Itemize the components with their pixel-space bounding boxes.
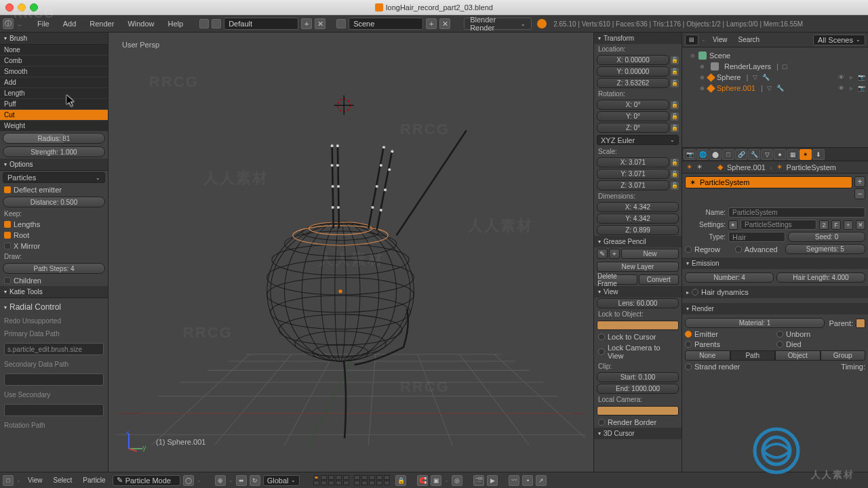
lock-camera-checkbox[interactable]: [598, 348, 605, 355]
snap-target-icon[interactable]: ◎: [452, 475, 462, 486]
menu-help[interactable]: Help: [163, 18, 189, 29]
render-border-checkbox[interactable]: [598, 419, 605, 426]
lock-to-cursor-checkbox[interactable]: [598, 333, 605, 340]
tab-texture[interactable]: ▦: [787, 149, 799, 160]
cursor-icon[interactable]: ▹: [847, 73, 855, 81]
scene-browse-button[interactable]: [336, 19, 346, 28]
grease-pencil-header[interactable]: Grease Pencil: [594, 236, 682, 247]
hair-dynamics-header[interactable]: Hair dynamics: [682, 286, 868, 298]
dim-z-field[interactable]: Z: 0.899: [597, 225, 679, 235]
opengl-anim-icon[interactable]: ▶: [487, 475, 498, 486]
layout-prev-button[interactable]: [199, 19, 209, 28]
close-window-button[interactable]: [5, 3, 14, 12]
ps-name-field[interactable]: ParticleSystem: [728, 207, 865, 218]
select-path-icon[interactable]: 〰: [509, 475, 519, 486]
lock-icon[interactable]: 🔓: [671, 101, 679, 109]
particles-selector[interactable]: Particles⌄: [3, 172, 105, 183]
manipulator-icon[interactable]: ⬌: [236, 475, 247, 486]
view-menu[interactable]: View: [24, 476, 47, 484]
3d-viewport[interactable]: User Persp: [108, 33, 593, 472]
outliner-sphere-item[interactable]: ⊕ Sphere | ▽ 🔧 👁 ▹ 📷: [685, 72, 865, 83]
settings-browse-icon[interactable]: ✶: [728, 220, 738, 230]
secondary-data-path-field[interactable]: [4, 373, 104, 386]
emitter-checkbox[interactable]: [685, 331, 692, 338]
zoom-window-button[interactable]: [30, 3, 38, 12]
ps-seed-field[interactable]: Seed: 0: [788, 232, 865, 242]
segments-field[interactable]: Segments: 5: [785, 244, 865, 254]
camera-icon[interactable]: 📷: [857, 84, 865, 92]
brush-smooth[interactable]: Smooth: [0, 66, 108, 77]
render-engine-selector[interactable]: Blender Render⌄: [464, 18, 532, 30]
render-path-button[interactable]: Path: [730, 350, 776, 361]
select-menu[interactable]: Select: [50, 476, 77, 484]
clip-start-field[interactable]: Start: 0.100: [597, 372, 679, 382]
emitter-distance-slider[interactable]: Distance: 0.500: [3, 197, 105, 207]
brush-add[interactable]: Add: [0, 77, 108, 88]
gp-draw-icon[interactable]: ✎: [597, 249, 608, 259]
path-steps-slider[interactable]: Path Steps: 4: [3, 263, 105, 274]
tab-object[interactable]: □: [722, 149, 734, 160]
tab-render[interactable]: 📷: [684, 149, 696, 160]
tab-particles[interactable]: ✶: [800, 149, 812, 160]
ps-settings-field[interactable]: ParticleSettings: [741, 220, 816, 230]
camera-icon[interactable]: 📷: [857, 73, 865, 81]
delete-layout-button[interactable]: ✕: [315, 18, 326, 29]
add-layout-button[interactable]: +: [301, 18, 312, 29]
lock-icon[interactable]: 🔓: [671, 56, 679, 64]
options-panel-header[interactable]: Options: [0, 159, 108, 171]
location-y-field[interactable]: Y: 0.00000: [597, 66, 669, 77]
location-z-field[interactable]: Z: 3.63262: [597, 78, 669, 88]
lock-icon[interactable]: 🔓: [671, 124, 679, 132]
particle-menu[interactable]: Particle: [79, 476, 109, 484]
primary-data-path-field[interactable]: s.particle_edit.brush.size: [4, 343, 104, 355]
keep-root-checkbox[interactable]: [4, 232, 11, 239]
material-field[interactable]: Material: 1: [685, 318, 825, 328]
x-mirror-checkbox[interactable]: [4, 243, 11, 249]
menu-window[interactable]: Window: [122, 18, 159, 29]
rotation-z-field[interactable]: Z: 0°: [597, 123, 669, 133]
brush-length[interactable]: Length: [0, 88, 108, 99]
cursor-icon[interactable]: ▹: [847, 84, 855, 92]
tab-modifiers[interactable]: 🔧: [748, 149, 760, 160]
keep-lengths-checkbox[interactable]: [4, 221, 11, 228]
rotation-y-field[interactable]: Y: 0°: [597, 111, 669, 121]
minimize-window-button[interactable]: [18, 3, 26, 12]
settings-fake-user-button[interactable]: F: [831, 220, 841, 230]
local-camera-field[interactable]: [597, 406, 679, 415]
brush-panel-header[interactable]: Brush: [0, 33, 108, 45]
gp-convert-button[interactable]: Convert: [639, 274, 679, 285]
parent-object-field[interactable]: [856, 319, 865, 328]
lock-icon[interactable]: 🔓: [671, 113, 679, 121]
select-point-icon[interactable]: •: [522, 475, 533, 486]
gp-delete-frame-button[interactable]: Delete Frame: [597, 274, 637, 285]
tab-physics[interactable]: ⬇: [812, 149, 825, 160]
render-none-button[interactable]: None: [685, 350, 730, 361]
info-editor-icon[interactable]: ⓘ: [3, 18, 14, 29]
emission-number-field[interactable]: Number: 4: [685, 272, 774, 283]
scale-x-field[interactable]: X: 3.071: [597, 157, 669, 167]
outliner-editor-icon[interactable]: ▤: [685, 35, 698, 45]
3d-cursor-header[interactable]: 3D Cursor: [594, 428, 682, 439]
particle-system-slot[interactable]: ✶ParticleSystem: [685, 176, 852, 188]
outliner-scene-item[interactable]: ⊖ Scene: [685, 50, 865, 61]
regrow-checkbox[interactable]: [685, 246, 692, 253]
3d-view-editor-icon[interactable]: □: [3, 475, 14, 486]
outliner-view-menu[interactable]: View: [709, 36, 732, 43]
died-checkbox[interactable]: [776, 341, 783, 348]
dim-y-field[interactable]: Y: 4.342: [597, 214, 679, 224]
delete-scene-button[interactable]: ✕: [439, 18, 450, 29]
outliner-search-menu[interactable]: Search: [734, 36, 764, 43]
scale-z-field[interactable]: Z: 3.071: [597, 180, 669, 190]
remove-particle-system-button[interactable]: −: [854, 188, 865, 199]
use-secondary-field[interactable]: [4, 404, 104, 416]
shading-wireframe-icon[interactable]: ◯: [183, 475, 194, 486]
menu-add[interactable]: Add: [58, 18, 82, 29]
transform-panel-header[interactable]: Transform: [594, 33, 682, 44]
settings-unlink-button[interactable]: ✕: [856, 220, 865, 230]
brush-strength-slider[interactable]: Strength: 1.000: [3, 146, 105, 157]
settings-add-button[interactable]: +: [844, 220, 853, 230]
tab-scene[interactable]: 🌐: [696, 149, 709, 160]
mode-selector[interactable]: ✎Particle Mode: [113, 475, 180, 486]
pivot-icon[interactable]: ⊕: [215, 475, 226, 486]
tab-data[interactable]: ▽: [761, 149, 773, 160]
